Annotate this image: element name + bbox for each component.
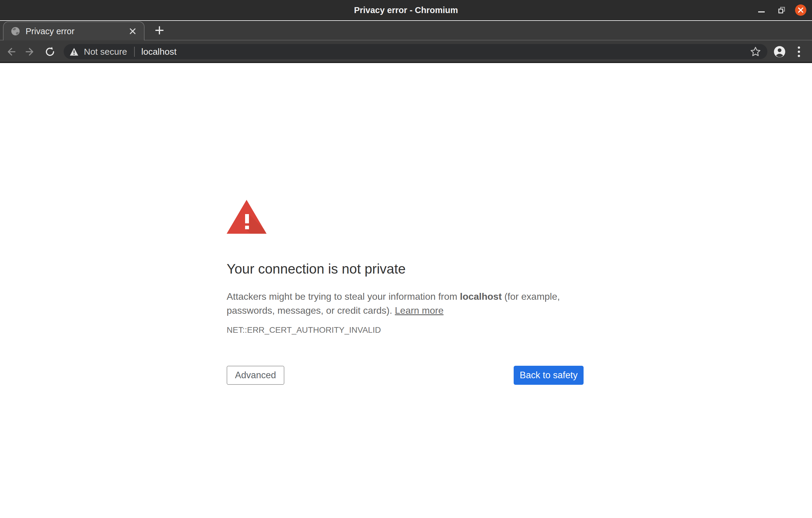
close-icon (795, 4, 806, 16)
description-hostname: localhost (460, 291, 501, 302)
reload-icon (44, 46, 56, 58)
globe-icon (11, 27, 20, 35)
red-warning-triangle-icon (227, 200, 266, 234)
learn-more-link[interactable]: Learn more (395, 305, 444, 316)
forward-button[interactable] (23, 44, 37, 59)
minimize-button[interactable] (751, 0, 772, 20)
description-part2: (for example, (502, 291, 560, 302)
tab-strip: Privacy error (0, 21, 812, 40)
close-button[interactable] (790, 0, 811, 20)
action-buttons: Advanced Back to safety (227, 366, 584, 385)
restore-icon (778, 7, 785, 13)
error-description: Attackers might be trying to steal your … (227, 290, 584, 317)
description-part1: Attackers might be trying to steal your … (227, 291, 460, 302)
page-content: Your connection is not private Attackers… (0, 64, 812, 518)
plus-icon (155, 26, 164, 35)
browser-menu-button[interactable] (793, 44, 805, 59)
ssl-interstitial: Your connection is not private Attackers… (227, 200, 584, 385)
new-tab-button[interactable] (151, 22, 168, 39)
not-secure-warning-icon (69, 48, 79, 56)
omnibox-separator (134, 47, 135, 57)
advanced-button[interactable]: Advanced (227, 366, 284, 385)
tab-privacy-error[interactable]: Privacy error (3, 22, 145, 40)
window-titlebar: Privacy error - Chromium (0, 0, 812, 20)
security-chip-label[interactable]: Not secure (84, 47, 127, 57)
bookmark-star-icon[interactable] (750, 47, 761, 57)
back-button[interactable] (4, 44, 19, 59)
url-text[interactable]: localhost (141, 47, 176, 57)
three-dots-icon (798, 47, 800, 57)
minimize-icon (758, 11, 765, 12)
reload-button[interactable] (43, 44, 57, 59)
back-to-safety-button[interactable]: Back to safety (514, 366, 584, 385)
back-icon (5, 46, 17, 58)
address-bar[interactable]: Not secure localhost (64, 44, 767, 59)
browser-window: Privacy error - Chromium Privacy error (0, 0, 812, 518)
browser-toolbar: Not secure localhost (0, 40, 812, 63)
forward-icon (24, 46, 36, 58)
window-title: Privacy error - Chromium (0, 0, 812, 20)
tab-title: Privacy error (26, 27, 126, 36)
description-part3: passwords, messages, or credit cards). (227, 305, 395, 316)
close-icon (129, 28, 136, 34)
error-code: NET::ERR_CERT_AUTHORITY_INVALID (227, 325, 584, 335)
profile-avatar-icon[interactable] (774, 46, 785, 57)
restore-button[interactable] (772, 0, 792, 20)
error-heading: Your connection is not private (227, 261, 584, 277)
tab-close-button[interactable] (126, 25, 139, 38)
